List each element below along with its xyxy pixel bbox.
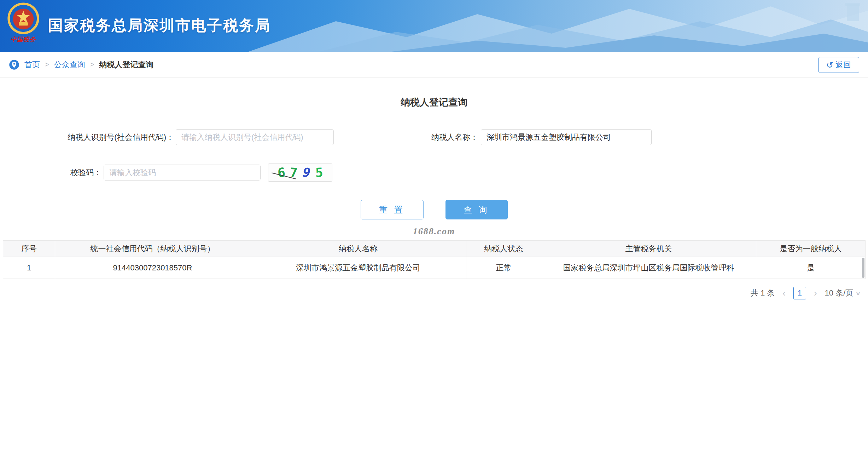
logo-text: 中国税务	[5, 35, 42, 44]
cell-status: 正常	[466, 257, 541, 279]
col-header-general-taxpayer: 是否为一般纳税人	[756, 241, 866, 257]
col-header-index: 序号	[3, 241, 55, 257]
captcha-input[interactable]	[104, 165, 261, 181]
breadcrumb: 首页 > 公众查询 > 纳税人登记查询 ↺ 返回	[0, 52, 868, 78]
tax-bureau-logo: 中国税务	[5, 2, 42, 44]
undo-arrow-icon: ↺	[826, 61, 833, 69]
col-header-status: 纳税人状态	[466, 241, 541, 257]
page-size-select[interactable]: 10 条/页 ∨	[825, 288, 860, 298]
page-number-button[interactable]: 1	[793, 287, 806, 299]
col-header-tax-authority: 主管税务机关	[541, 241, 756, 257]
cell-tax-authority: 国家税务总局深圳市坪山区税务局国际税收管理科	[541, 257, 756, 279]
national-emblem-icon	[7, 2, 40, 35]
cell-credit-code: 91440300723018570R	[55, 257, 250, 279]
breadcrumb-public-query-link[interactable]: 公众查询	[54, 59, 85, 70]
table-header-row: 序号 统一社会信用代码（纳税人识别号） 纳税人名称 纳税人状态 主管税务机关 是…	[3, 241, 866, 257]
watermark-text: 1688.com	[0, 226, 868, 237]
captcha-digit: 6	[277, 165, 285, 180]
chevron-down-icon: ∨	[855, 290, 861, 297]
site-title: 国家税务总局深圳市电子税务局	[48, 16, 271, 35]
breadcrumb-home-link[interactable]: 首页	[24, 59, 40, 70]
form-buttons: 重 置 查 询	[0, 200, 868, 219]
taxpayer-id-input[interactable]	[176, 129, 334, 145]
table-row: 1 91440300723018570R 深圳市鸿景源五金塑胶制品有限公司 正常…	[3, 257, 866, 279]
captcha-digit: 5	[315, 165, 323, 180]
back-button-label: 返回	[835, 60, 851, 70]
prev-page-icon[interactable]: ‹	[782, 288, 786, 298]
query-button[interactable]: 查 询	[445, 200, 508, 219]
col-header-credit-code: 统一社会信用代码（纳税人识别号）	[55, 241, 250, 257]
pagination: 共 1 条 ‹ 1 › 10 条/页 ∨	[3, 287, 860, 299]
header-banner: 中国税务 国家税务总局深圳市电子税务局	[0, 0, 868, 52]
query-panel: 纳税人登记查询 纳税人识别号(社会信用代码)： 纳税人名称： 校验码： 6 7 …	[0, 78, 868, 240]
back-button[interactable]: ↺ 返回	[818, 57, 859, 73]
breadcrumb-separator: >	[45, 61, 49, 69]
taxpayer-id-label: 纳税人识别号(社会信用代码)：	[0, 129, 174, 145]
captcha-digit: 9	[301, 165, 313, 180]
col-header-taxpayer-name: 纳税人名称	[250, 241, 466, 257]
cell-taxpayer-name: 深圳市鸿景源五金塑胶制品有限公司	[250, 257, 466, 279]
cell-index: 1	[3, 257, 55, 279]
breadcrumb-current-page: 纳税人登记查询	[99, 59, 153, 70]
page-title: 纳税人登记查询	[0, 96, 868, 109]
table-scrollbar-thumb[interactable]	[862, 258, 864, 278]
pagination-total: 共 1 条	[751, 288, 775, 298]
result-section: 序号 统一社会信用代码（纳税人识别号） 纳税人名称 纳税人状态 主管税务机关 是…	[3, 240, 865, 299]
page-size-label: 10 条/页	[825, 288, 854, 298]
result-table: 序号 统一社会信用代码（纳税人识别号） 纳税人名称 纳税人状态 主管税务机关 是…	[3, 240, 866, 279]
next-page-icon[interactable]: ›	[813, 288, 818, 298]
reset-button[interactable]: 重 置	[361, 200, 424, 219]
breadcrumb-separator: >	[90, 61, 94, 69]
taxpayer-name-label: 纳税人名称：	[354, 129, 478, 145]
taxpayer-name-input[interactable]	[481, 129, 652, 145]
main-content: 纳税人登记查询 纳税人识别号(社会信用代码)： 纳税人名称： 校验码： 6 7 …	[0, 78, 868, 299]
captcha-image[interactable]: 6 7 9 5	[268, 164, 332, 182]
captcha-label: 校验码：	[0, 165, 101, 181]
cell-general-taxpayer: 是	[756, 257, 866, 279]
location-pin-icon	[9, 59, 19, 70]
